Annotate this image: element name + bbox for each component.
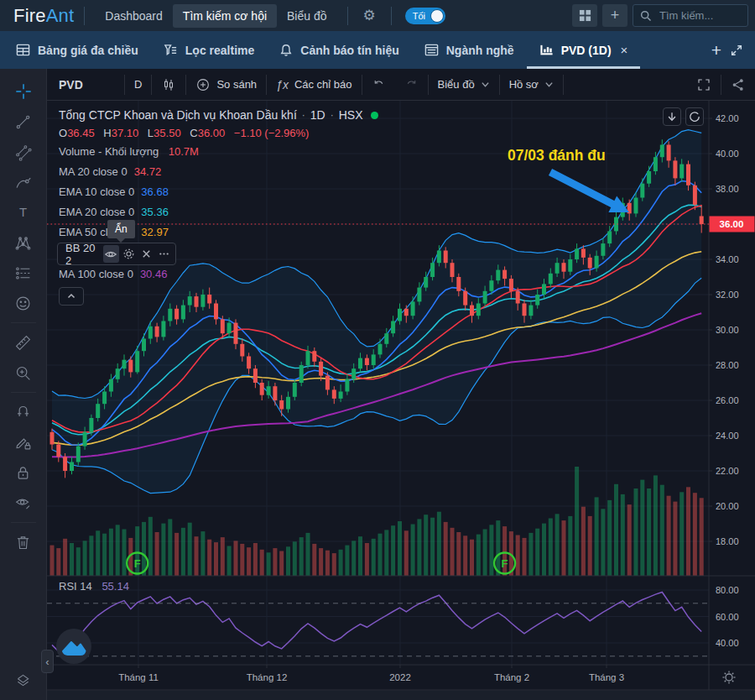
bb-remove-button[interactable] bbox=[138, 245, 154, 263]
chevron-up-icon bbox=[66, 291, 76, 301]
annotation-text: 07/03 đánh đu bbox=[508, 147, 606, 164]
toolbar-collapse-handle[interactable]: ‹ bbox=[41, 650, 54, 673]
fullscreen-button[interactable] bbox=[687, 74, 721, 96]
svg-text:40.00: 40.00 bbox=[716, 149, 739, 159]
svg-text:Tháng 2: Tháng 2 bbox=[494, 672, 529, 682]
divider bbox=[84, 7, 85, 25]
toolbar-divider bbox=[11, 522, 36, 523]
forecast-tool[interactable] bbox=[8, 258, 39, 288]
drawing-lock-mode-tool[interactable] bbox=[8, 427, 39, 457]
chart-region: FF 07/03 đánh đu 42.0040.0038.0036.0034.… bbox=[47, 101, 755, 700]
add-widget-button[interactable]: + bbox=[602, 4, 627, 27]
compare-label: So sánh bbox=[216, 78, 257, 91]
filter-icon bbox=[164, 43, 178, 57]
search-input[interactable] bbox=[658, 8, 735, 23]
text-tool[interactable]: T bbox=[8, 197, 39, 227]
bollinger-band bbox=[52, 130, 701, 494]
interval-button[interactable]: D bbox=[125, 74, 151, 96]
hide-drawings-tool[interactable] bbox=[8, 488, 39, 518]
tab-nganh-nghe[interactable]: Ngành nghề bbox=[412, 31, 527, 69]
global-search[interactable] bbox=[633, 4, 748, 27]
chart-toolbar: PVD D So sánh ƒx Các chỉ báo Biểu đồ bbox=[47, 69, 755, 101]
svg-text:T: T bbox=[19, 206, 27, 219]
bb-label: BB 20 2 bbox=[65, 242, 96, 267]
arrow-down-icon bbox=[666, 111, 678, 123]
svg-text:38.00: 38.00 bbox=[716, 184, 739, 194]
profile-menu-button[interactable]: Hồ sơ bbox=[500, 74, 563, 96]
trend-line-tool[interactable] bbox=[8, 107, 39, 137]
scroll-to-recent-button[interactable] bbox=[663, 107, 681, 126]
svg-text:42.00: 42.00 bbox=[716, 113, 739, 123]
fib-tool[interactable] bbox=[8, 137, 39, 167]
nav-item-dashboard[interactable]: Dashboard bbox=[95, 4, 173, 28]
time-axis[interactable]: Tháng 11Tháng 122022Tháng 2Tháng 3 bbox=[118, 665, 624, 682]
chart-menu-button[interactable]: Biểu đồ bbox=[429, 74, 499, 96]
grid-icon bbox=[579, 9, 591, 22]
fireant-app: FireAnt Dashboard Tìm kiếm cơ hội Biểu đ… bbox=[0, 0, 755, 700]
tab-canh-bao-tin-hieu[interactable]: Cảnh báo tín hiệu bbox=[267, 31, 411, 69]
nav-item-tim-kiem-co-hoi[interactable]: Tìm kiếm cơ hội bbox=[173, 4, 277, 28]
smiley-icon bbox=[14, 295, 32, 312]
tab-close-icon[interactable]: × bbox=[621, 43, 628, 57]
measure-tool[interactable] bbox=[8, 327, 39, 358]
dark-mode-label: Tối bbox=[413, 11, 425, 21]
industry-list-icon bbox=[424, 43, 439, 57]
magnet-tool[interactable] bbox=[8, 397, 39, 427]
tab-label: PVD (1D) bbox=[561, 44, 612, 57]
svg-text:60.00: 60.00 bbox=[716, 612, 739, 622]
chart-settings-icon[interactable] bbox=[723, 671, 736, 684]
svg-text:30.00: 30.00 bbox=[716, 325, 739, 335]
rsi-plot bbox=[52, 593, 701, 658]
chart-annotation[interactable]: 07/03 đánh đu bbox=[508, 147, 629, 212]
tab-loc-realtime[interactable]: Lọc realtime bbox=[151, 31, 267, 69]
emoji-tool[interactable] bbox=[8, 288, 39, 318]
dark-mode-toggle[interactable]: Tối bbox=[405, 8, 445, 24]
share-button[interactable] bbox=[721, 74, 755, 96]
trend-line-icon bbox=[14, 113, 32, 131]
legend-collapse-button[interactable] bbox=[59, 287, 84, 306]
price-chart[interactable]: FF 07/03 đánh đu 42.0040.0038.0036.0034.… bbox=[47, 101, 755, 700]
bb-settings-button[interactable] bbox=[121, 245, 137, 263]
xabcd-pattern-tool[interactable] bbox=[8, 227, 39, 258]
settings-gear-icon[interactable]: ⚙ bbox=[358, 8, 381, 23]
toolbar-divider bbox=[11, 322, 36, 323]
indicators-label: Các chỉ báo bbox=[294, 78, 352, 91]
svg-text:34.00: 34.00 bbox=[716, 254, 739, 264]
xabcd-pattern-icon bbox=[14, 234, 32, 252]
nav-item-bieu-do[interactable]: Biểu đồ bbox=[277, 4, 336, 28]
svg-text:Tháng 3: Tháng 3 bbox=[589, 672, 624, 682]
redo-button[interactable] bbox=[395, 74, 428, 96]
tab-label: Cảnh báo tín hiệu bbox=[300, 44, 398, 57]
new-tab-button[interactable]: + bbox=[711, 40, 721, 60]
compare-button[interactable]: So sánh bbox=[186, 74, 266, 96]
close-icon bbox=[141, 248, 152, 259]
object-tree-tool[interactable] bbox=[8, 665, 39, 695]
remove-drawings-tool[interactable] bbox=[8, 527, 39, 557]
chart-style-button[interactable] bbox=[152, 74, 185, 96]
reset-scale-button[interactable] bbox=[685, 107, 704, 126]
brush-icon bbox=[14, 174, 32, 191]
zoom-in-tool[interactable] bbox=[8, 358, 39, 388]
plus-icon: + bbox=[611, 8, 620, 23]
layers-icon bbox=[14, 671, 32, 689]
tab-pvd-1d[interactable]: PVD (1D) × bbox=[527, 31, 641, 69]
price-axis[interactable]: 42.0040.0038.0036.0034.0032.0030.0028.00… bbox=[709, 113, 755, 648]
symbol-button[interactable]: PVD bbox=[47, 74, 124, 96]
fireant-logo[interactable]: FireAnt bbox=[13, 5, 74, 27]
layout-grid-button[interactable] bbox=[572, 4, 597, 27]
brush-tool[interactable] bbox=[8, 167, 39, 197]
drawing-toolbar: T ‹ bbox=[0, 69, 47, 700]
indicators-button[interactable]: ƒx Các chỉ báo bbox=[267, 74, 361, 96]
lock-all-tool[interactable] bbox=[8, 457, 39, 488]
lock-icon bbox=[14, 464, 32, 482]
crosshair-tool[interactable] bbox=[8, 76, 39, 107]
divider bbox=[563, 75, 564, 95]
expand-window-icon[interactable] bbox=[730, 44, 743, 57]
chart-corner-buttons bbox=[663, 107, 704, 126]
chevron-down-icon bbox=[544, 80, 554, 89]
bb-hide-eye-button[interactable] bbox=[103, 245, 119, 263]
fireant-watermark-button[interactable] bbox=[56, 629, 91, 664]
undo-button[interactable] bbox=[362, 74, 395, 96]
bb-more-button[interactable] bbox=[156, 245, 172, 263]
tab-bang-gia-da-chieu[interactable]: Bảng giá đa chiều bbox=[3, 31, 151, 69]
